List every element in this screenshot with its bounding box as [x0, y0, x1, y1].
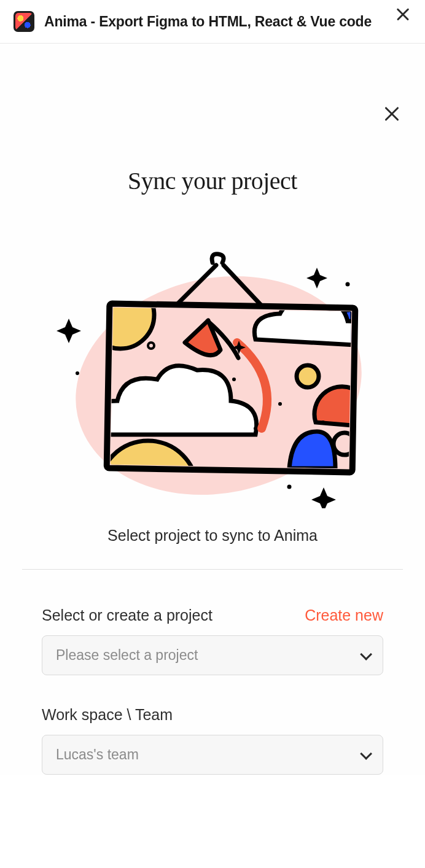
- panel-close-button[interactable]: [381, 111, 403, 133]
- svg-point-1: [346, 282, 350, 287]
- workspace-label: Work space \ Team: [42, 706, 173, 724]
- workspace-select-value: Lucas's team: [56, 746, 139, 763]
- plugin-title: Anima - Export Figma to HTML, React & Vu…: [44, 14, 384, 30]
- close-icon: [395, 14, 411, 29]
- plugin-close-button[interactable]: [394, 13, 411, 30]
- svg-point-12: [278, 402, 282, 406]
- anima-app-icon: [14, 11, 34, 32]
- svg-point-7: [297, 365, 319, 387]
- illustration-container: [0, 244, 425, 508]
- workspace-select[interactable]: Lucas's team: [42, 735, 383, 775]
- project-field-header: Select or create a project Create new: [42, 606, 383, 624]
- svg-point-6: [87, 281, 154, 349]
- workspace-field-header: Work space \ Team: [42, 706, 383, 724]
- plugin-header: Anima - Export Figma to HTML, React & Vu…: [0, 0, 425, 44]
- chevron-down-icon: [360, 648, 372, 660]
- project-select[interactable]: Please select a project: [42, 635, 383, 675]
- sync-illustration: [47, 244, 378, 508]
- svg-point-13: [321, 420, 325, 424]
- svg-point-14: [254, 427, 257, 430]
- sync-form: Select or create a project Create new Pl…: [0, 570, 425, 775]
- page-title: Sync your project: [0, 166, 425, 195]
- project-select-placeholder: Please select a project: [56, 647, 198, 664]
- chevron-down-icon: [360, 747, 372, 759]
- svg-point-2: [76, 371, 79, 375]
- svg-point-3: [287, 485, 292, 489]
- svg-point-11: [232, 378, 236, 381]
- project-label: Select or create a project: [42, 606, 212, 624]
- close-icon: [383, 113, 401, 131]
- main-panel: Sync your project: [0, 44, 425, 775]
- page-subtitle: Select project to sync to Anima: [22, 527, 403, 570]
- create-new-link[interactable]: Create new: [305, 606, 383, 624]
